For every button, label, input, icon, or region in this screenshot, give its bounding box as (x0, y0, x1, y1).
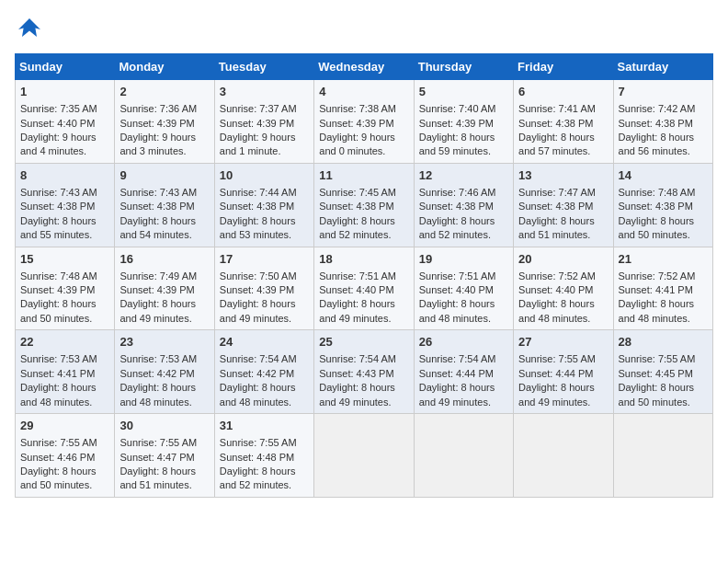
daylight-label: Daylight: 8 hours and 57 minutes. (518, 132, 595, 156)
daylight-label: Daylight: 8 hours and 54 minutes. (119, 215, 196, 240)
daylight-label: Daylight: 8 hours and 50 minutes. (20, 465, 97, 490)
daylight-label: Daylight: 9 hours and 0 minutes. (319, 132, 395, 156)
sunrise-label: Sunrise: 7:46 AM (419, 187, 496, 198)
calendar-table: SundayMondayTuesdayWednesdayThursdayFrid… (15, 53, 713, 498)
day-number: 15 (20, 251, 109, 268)
sunrise-label: Sunrise: 7:53 AM (119, 353, 197, 364)
calendar-cell: 21 Sunrise: 7:52 AM Sunset: 4:41 PM Dayl… (613, 247, 712, 330)
sunrise-label: Sunrise: 7:43 AM (119, 187, 197, 198)
sunrise-label: Sunrise: 7:41 AM (518, 103, 596, 114)
calendar-cell: 4 Sunrise: 7:38 AM Sunset: 4:39 PM Dayli… (314, 80, 414, 164)
weekday-header: Tuesday (214, 54, 313, 80)
calendar-cell: 14 Sunrise: 7:48 AM Sunset: 4:38 PM Dayl… (613, 163, 712, 247)
daylight-label: Daylight: 8 hours and 52 minutes. (319, 215, 395, 240)
calendar-cell (613, 414, 712, 498)
day-number: 8 (20, 167, 109, 184)
sunset-label: Sunset: 4:39 PM (419, 118, 494, 129)
sunset-label: Sunset: 4:39 PM (220, 284, 294, 295)
sunset-label: Sunset: 4:39 PM (119, 118, 194, 129)
calendar-week-row: 1 Sunrise: 7:35 AM Sunset: 4:40 PM Dayli… (16, 80, 713, 164)
daylight-label: Daylight: 8 hours and 49 minutes. (319, 298, 395, 323)
day-number: 1 (20, 84, 109, 100)
calendar-cell: 3 Sunrise: 7:37 AM Sunset: 4:39 PM Dayli… (214, 80, 313, 164)
sunrise-label: Sunrise: 7:52 AM (518, 270, 596, 282)
sunrise-label: Sunrise: 7:51 AM (319, 270, 396, 282)
daylight-label: Daylight: 8 hours and 48 minutes. (518, 298, 595, 323)
daylight-label: Daylight: 8 hours and 55 minutes. (20, 215, 97, 240)
sunset-label: Sunset: 4:40 PM (319, 284, 393, 295)
sunrise-label: Sunrise: 7:49 AM (119, 270, 197, 282)
day-number: 25 (319, 334, 408, 350)
calendar-cell: 6 Sunrise: 7:41 AM Sunset: 4:38 PM Dayli… (514, 80, 613, 164)
daylight-label: Daylight: 8 hours and 50 minutes. (619, 215, 695, 240)
calendar-header-row: SundayMondayTuesdayWednesdayThursdayFrid… (16, 54, 713, 80)
sunrise-label: Sunrise: 7:50 AM (220, 270, 297, 282)
calendar-week-row: 22 Sunrise: 7:53 AM Sunset: 4:41 PM Dayl… (16, 330, 713, 414)
daylight-label: Daylight: 8 hours and 48 minutes. (419, 298, 495, 323)
sunrise-label: Sunrise: 7:55 AM (220, 437, 297, 448)
day-number: 4 (319, 84, 408, 100)
calendar-week-row: 8 Sunrise: 7:43 AM Sunset: 4:38 PM Dayli… (16, 163, 713, 247)
sunrise-label: Sunrise: 7:52 AM (619, 270, 696, 282)
sunrise-label: Sunrise: 7:54 AM (419, 353, 496, 364)
daylight-label: Daylight: 8 hours and 49 minutes. (319, 382, 395, 407)
calendar-cell (314, 414, 414, 498)
daylight-label: Daylight: 9 hours and 3 minutes. (119, 132, 196, 156)
calendar-cell: 17 Sunrise: 7:50 AM Sunset: 4:39 PM Dayl… (214, 247, 313, 330)
sunset-label: Sunset: 4:48 PM (220, 452, 294, 463)
daylight-label: Daylight: 9 hours and 4 minutes. (20, 132, 97, 156)
sunset-label: Sunset: 4:44 PM (518, 368, 593, 379)
day-number: 5 (419, 84, 508, 100)
calendar-cell: 27 Sunrise: 7:55 AM Sunset: 4:44 PM Dayl… (514, 330, 613, 414)
sunrise-label: Sunrise: 7:43 AM (20, 187, 97, 198)
sunset-label: Sunset: 4:42 PM (119, 368, 194, 379)
day-number: 7 (619, 84, 708, 100)
daylight-label: Daylight: 8 hours and 50 minutes. (20, 298, 97, 323)
calendar-cell: 11 Sunrise: 7:45 AM Sunset: 4:38 PM Dayl… (314, 163, 414, 247)
sunset-label: Sunset: 4:38 PM (419, 201, 494, 212)
day-number: 26 (419, 334, 508, 350)
sunrise-label: Sunrise: 7:42 AM (619, 103, 696, 114)
calendar-cell: 31 Sunrise: 7:55 AM Sunset: 4:48 PM Dayl… (214, 414, 313, 498)
sunrise-label: Sunrise: 7:35 AM (20, 103, 97, 114)
day-number: 6 (518, 84, 608, 100)
day-number: 16 (119, 251, 209, 268)
weekday-header: Monday (115, 54, 214, 80)
day-number: 10 (220, 167, 309, 184)
calendar-cell: 13 Sunrise: 7:47 AM Sunset: 4:38 PM Dayl… (514, 163, 613, 247)
weekday-header: Sunday (16, 54, 115, 80)
calendar-cell: 19 Sunrise: 7:51 AM Sunset: 4:40 PM Dayl… (414, 247, 513, 330)
sunrise-label: Sunrise: 7:48 AM (20, 270, 97, 282)
svg-marker-0 (18, 18, 40, 37)
day-number: 9 (119, 167, 209, 184)
daylight-label: Daylight: 8 hours and 48 minutes. (619, 298, 695, 323)
calendar-cell: 15 Sunrise: 7:48 AM Sunset: 4:39 PM Dayl… (16, 247, 115, 330)
daylight-label: Daylight: 8 hours and 51 minutes. (518, 215, 595, 240)
sunset-label: Sunset: 4:38 PM (518, 201, 593, 212)
day-number: 13 (518, 167, 608, 184)
sunset-label: Sunset: 4:38 PM (518, 118, 593, 129)
sunset-label: Sunset: 4:42 PM (220, 368, 294, 379)
day-number: 24 (220, 334, 309, 350)
calendar-cell: 1 Sunrise: 7:35 AM Sunset: 4:40 PM Dayli… (16, 80, 115, 164)
day-number: 27 (518, 334, 608, 350)
sunrise-label: Sunrise: 7:48 AM (619, 187, 696, 198)
calendar-cell: 23 Sunrise: 7:53 AM Sunset: 4:42 PM Dayl… (115, 330, 214, 414)
sunrise-label: Sunrise: 7:38 AM (319, 103, 396, 114)
sunrise-label: Sunrise: 7:51 AM (419, 270, 496, 282)
logo-icon (15, 15, 44, 44)
daylight-label: Daylight: 8 hours and 56 minutes. (619, 132, 695, 156)
day-number: 28 (619, 334, 708, 350)
daylight-label: Daylight: 8 hours and 48 minutes. (119, 382, 196, 407)
calendar-cell: 20 Sunrise: 7:52 AM Sunset: 4:40 PM Dayl… (514, 247, 613, 330)
calendar-cell: 7 Sunrise: 7:42 AM Sunset: 4:38 PM Dayli… (613, 80, 712, 164)
sunrise-label: Sunrise: 7:55 AM (119, 437, 197, 448)
day-number: 12 (419, 167, 508, 184)
day-number: 20 (518, 251, 608, 268)
sunrise-label: Sunrise: 7:45 AM (319, 187, 396, 198)
daylight-label: Daylight: 9 hours and 1 minute. (220, 132, 296, 156)
day-number: 30 (119, 418, 209, 434)
weekday-header: Friday (514, 54, 613, 80)
calendar-cell (414, 414, 513, 498)
sunset-label: Sunset: 4:47 PM (119, 452, 194, 463)
